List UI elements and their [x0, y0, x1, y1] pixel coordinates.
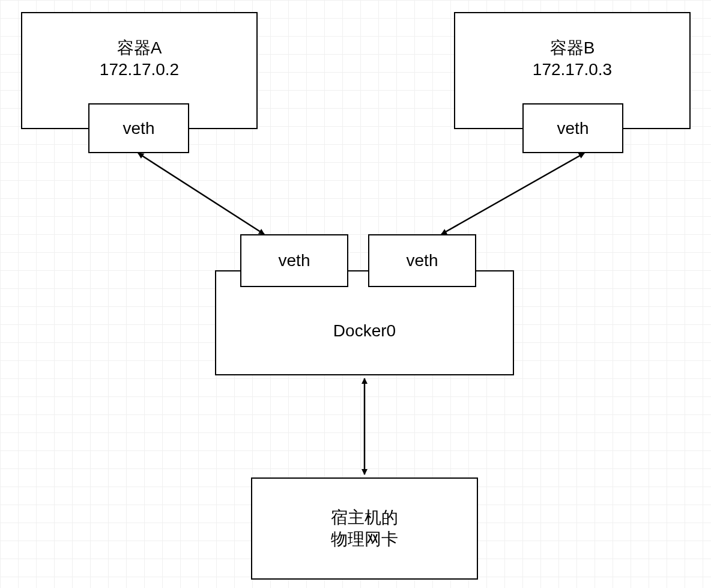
container-b-title: 容器B	[550, 37, 595, 59]
host-nic-box: 宿主机的 物理网卡	[251, 477, 478, 580]
container-b-veth-label: veth	[557, 119, 589, 138]
container-a-veth-label: veth	[123, 119, 155, 138]
bridge-veth-right-label: veth	[407, 251, 438, 270]
container-b-ip: 172.17.0.3	[533, 59, 612, 80]
container-a-ip: 172.17.0.2	[100, 59, 179, 80]
bridge-veth-right-box: veth	[368, 234, 476, 287]
host-nic-line1: 宿主机的	[331, 507, 398, 529]
container-a-title: 容器A	[117, 37, 162, 59]
container-b-veth-box: veth	[522, 103, 623, 153]
docker0-label: Docker0	[333, 320, 396, 342]
host-nic-line2: 物理网卡	[331, 529, 398, 550]
container-a-veth-box: veth	[88, 103, 189, 153]
bridge-veth-left-box: veth	[240, 234, 348, 287]
bridge-veth-left-label: veth	[279, 251, 310, 270]
